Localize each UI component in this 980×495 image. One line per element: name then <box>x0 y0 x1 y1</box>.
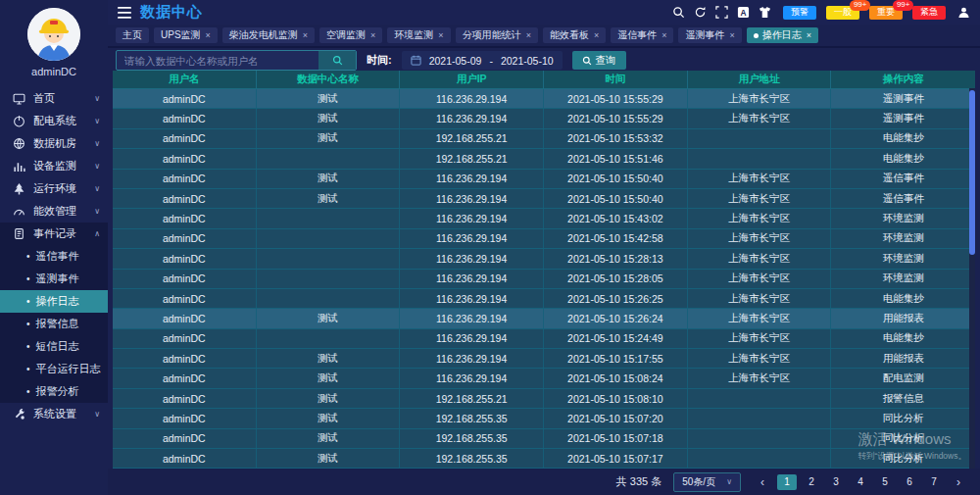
page-title: 数据中心 <box>140 3 203 22</box>
search-input[interactable] <box>117 51 318 70</box>
tab-close-icon[interactable]: × <box>370 30 375 40</box>
table-row[interactable]: adminDC测试192.168.255.212021-05-10 15:53:… <box>113 129 975 149</box>
table-row[interactable]: adminDC116.236.29.1942021-05-10 15:28:05… <box>113 270 975 289</box>
table-cell: 116.236.29.194 <box>400 109 544 127</box>
tab-remote-signal[interactable]: 遥信事件× <box>611 27 673 43</box>
table-row[interactable]: adminDC116.236.29.1942021-05-10 15:42:58… <box>113 229 975 249</box>
tab-environment[interactable]: 环境监测× <box>387 27 450 43</box>
sidebar-item-home[interactable]: 首页∨ <box>0 87 108 110</box>
page-button-3[interactable]: 3 <box>826 474 846 490</box>
tab-close-icon[interactable]: × <box>729 30 734 40</box>
user-icon[interactable] <box>957 6 970 19</box>
table-row[interactable]: adminDC测试116.236.29.1942021-05-10 15:26:… <box>113 309 975 328</box>
sidebar-item-telemetry-events[interactable]: •遥测事件 <box>0 268 108 290</box>
page-button-7[interactable]: 7 <box>924 474 944 490</box>
table-cell: 2021-05-10 15:42:58 <box>544 229 688 248</box>
search-button[interactable] <box>318 51 356 70</box>
page-button-2[interactable]: 2 <box>802 474 821 490</box>
date-end[interactable]: 2021-05-10 <box>501 55 554 67</box>
refresh-icon[interactable] <box>694 6 707 19</box>
table-row[interactable]: adminDC116.236.29.1942021-05-10 15:28:13… <box>113 249 975 269</box>
submenu-label: 报警信息 <box>36 317 79 331</box>
table-cell: 2021-05-10 15:55:29 <box>544 109 688 127</box>
tab-close-icon[interactable]: × <box>438 30 443 40</box>
sidebar-item-alarm-analysis[interactable]: •报警分析 <box>0 380 108 403</box>
tab-telemetry[interactable]: 遥测事件× <box>678 27 741 43</box>
scrollbar-thumb[interactable] <box>969 90 975 255</box>
table-row[interactable]: adminDC192.168.255.212021-05-10 15:51:46… <box>113 149 975 169</box>
sidebar-item-alarm-info[interactable]: •报警信息 <box>0 313 108 335</box>
sidebar-item-system-settings[interactable]: 系统设置∨ <box>0 403 108 425</box>
sidebar-item-energy-efficiency[interactable]: 能效管理∨ <box>0 200 108 223</box>
table-cell: 192.168.255.35 <box>400 429 544 448</box>
table-row[interactable]: adminDC测试116.236.29.1942021-05-10 15:50:… <box>113 170 975 189</box>
alarm-badge-critical[interactable]: 紧急 <box>912 6 946 20</box>
table-cell: 环境监测 <box>831 229 975 248</box>
sidebar-item-device-monitor[interactable]: 设备监测∨ <box>0 155 108 177</box>
table-row[interactable]: adminDC116.236.29.1942021-05-10 15:24:49… <box>113 329 975 349</box>
sidebar-item-sms-log[interactable]: •短信日志 <box>0 335 108 358</box>
tab-close-icon[interactable]: × <box>526 30 531 40</box>
tab-operation-log[interactable]: 操作日志× <box>747 27 818 43</box>
alarm-badge-normal[interactable]: 一般99+ <box>826 6 859 20</box>
table-row[interactable]: adminDC测试116.236.29.1942021-05-10 15:55:… <box>113 109 975 128</box>
tab-energy-breakdown[interactable]: 分项用能统计× <box>456 27 538 43</box>
tab-diesel-generator[interactable]: 柴油发电机监测× <box>222 27 315 43</box>
sidebar-item-remote-signal-events[interactable]: •遥信事件 <box>0 245 108 268</box>
table-row[interactable]: adminDC测试192.168.255.352021-05-10 15:07:… <box>113 409 975 428</box>
table-row[interactable]: adminDC116.236.29.1942021-05-10 15:43:02… <box>113 209 975 228</box>
tab-label: UPS监测 <box>161 28 201 42</box>
alarm-badge-important[interactable]: 重要99+ <box>869 6 903 20</box>
tab-close-icon[interactable]: × <box>807 30 811 40</box>
tab-energy-board[interactable]: 能效看板× <box>543 27 606 43</box>
table-row[interactable]: adminDC测试116.236.29.1942021-05-10 15:08:… <box>113 369 975 388</box>
sidebar-item-platform-run-log[interactable]: •平台运行日志 <box>0 358 108 380</box>
language-icon[interactable]: A <box>737 6 750 19</box>
search-icon[interactable] <box>672 6 685 19</box>
table-cell: 116.236.29.194 <box>400 369 544 387</box>
prev-page-button[interactable]: ‹ <box>753 474 772 490</box>
tab-home[interactable]: 主页 <box>116 27 149 43</box>
tab-close-icon[interactable]: × <box>206 30 211 40</box>
tab-ups[interactable]: UPS监测× <box>154 27 218 43</box>
sidebar-item-power-distribution[interactable]: 配电系统∨ <box>0 110 108 132</box>
theme-icon[interactable] <box>759 6 771 19</box>
menu-label: 数据机房 <box>33 136 90 151</box>
date-start[interactable]: 2021-05-09 <box>429 55 482 67</box>
sidebar-item-event-records[interactable]: 事件记录∧ <box>0 223 108 245</box>
next-page-button[interactable]: › <box>949 474 968 490</box>
tab-close-icon[interactable]: × <box>594 30 599 40</box>
tab-close-icon[interactable]: × <box>303 30 308 40</box>
page-button-6[interactable]: 6 <box>900 474 919 490</box>
table-scrollbar[interactable] <box>969 88 975 469</box>
table-row[interactable]: adminDC测试116.236.29.1942021-05-10 15:55:… <box>113 89 975 109</box>
sidebar-item-operating-env[interactable]: 运行环境∨ <box>0 177 108 200</box>
query-button[interactable]: 查询 <box>572 51 626 70</box>
date-range-picker[interactable]: 2021-05-09 - 2021-05-10 <box>402 51 563 70</box>
table-row[interactable]: adminDC测试116.236.29.1942021-05-10 15:50:… <box>113 189 975 209</box>
page-size-select[interactable]: 50条/页 ∨ <box>673 472 741 492</box>
fullscreen-icon[interactable] <box>715 6 728 19</box>
menu-toggle-icon[interactable] <box>118 7 131 19</box>
table-cell: 上海市长宁区 <box>688 369 832 387</box>
table-cell <box>257 329 401 348</box>
table-row[interactable]: adminDC测试192.168.255.352021-05-10 15:07:… <box>113 449 975 469</box>
table-row[interactable]: adminDC116.236.29.1942021-05-10 15:26:25… <box>113 289 975 309</box>
page-button-5[interactable]: 5 <box>875 474 895 490</box>
alarm-badge-warning[interactable]: 预警 <box>783 6 816 20</box>
sidebar-item-operation-log[interactable]: •操作日志 <box>0 290 108 313</box>
sidebar-item-data-room[interactable]: 数据机房∨ <box>0 132 108 155</box>
table-cell: 遥信事件 <box>831 189 975 208</box>
tab-close-icon[interactable]: × <box>662 30 666 40</box>
table-row[interactable]: adminDC测试192.168.255.212021-05-10 15:08:… <box>113 389 975 409</box>
table-cell: 2021-05-10 15:26:25 <box>544 289 688 308</box>
page-button-4[interactable]: 4 <box>851 474 870 490</box>
bullet-icon: • <box>26 341 30 352</box>
energy-icon <box>13 205 25 218</box>
table-row[interactable]: adminDC测试192.168.255.352021-05-10 15:07:… <box>113 429 975 449</box>
table-cell: 电能集抄 <box>831 129 975 148</box>
table-row[interactable]: adminDC测试116.236.29.1942021-05-10 15:17:… <box>113 349 975 369</box>
page-button-1[interactable]: 1 <box>777 474 797 490</box>
tab-hvac[interactable]: 空调监测× <box>319 27 382 43</box>
table-cell: adminDC <box>113 449 257 468</box>
